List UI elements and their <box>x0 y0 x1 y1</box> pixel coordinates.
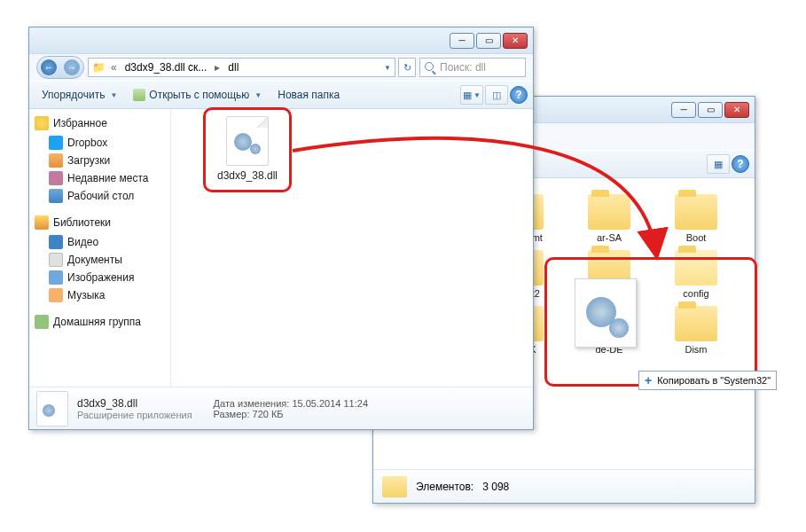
count-label: Элементов: <box>416 481 473 493</box>
forward-button[interactable]: → <box>64 59 80 75</box>
breadcrumb-item[interactable]: dll <box>225 60 241 74</box>
folder-icon <box>675 306 717 341</box>
view-button[interactable]: ▦▼ <box>460 85 483 105</box>
count-value: 3 098 <box>482 481 509 493</box>
open-icon <box>133 89 145 101</box>
chevron-icon: ▸ <box>211 61 223 74</box>
chevron-down-icon: ▼ <box>110 91 117 99</box>
sidebar-desktop[interactable]: Рабочий стол <box>35 187 165 205</box>
download-icon <box>49 153 63 168</box>
document-icon <box>49 253 63 267</box>
gear-icon <box>234 133 252 151</box>
sidebar-label: Домашняя группа <box>53 316 141 328</box>
star-icon <box>35 116 49 130</box>
detail-size-label: Размер: <box>214 409 250 419</box>
drag-preview <box>575 278 637 348</box>
tooltip-text: Копировать в "System32" <box>657 375 771 386</box>
preview-pane-button[interactable]: ◫ <box>485 85 508 105</box>
new-folder-label: Новая папка <box>278 89 340 101</box>
sidebar-libraries[interactable]: Библиотеки <box>35 215 165 230</box>
help-button[interactable]: ? <box>510 86 528 104</box>
detail-date: 15.05.2014 11:24 <box>292 398 368 409</box>
file-item[interactable]: d3dx9_38.dll <box>214 116 281 182</box>
gear-icon <box>43 404 55 417</box>
folder-icon <box>588 194 630 230</box>
gear-icon <box>609 318 629 338</box>
sidebar-music[interactable]: Музыка <box>35 286 165 304</box>
sidebar-label: Избранное <box>53 117 107 129</box>
dll-file-icon <box>36 391 68 426</box>
sidebar-label: Изображения <box>67 271 134 284</box>
file-name: d3dx9_38.dll <box>214 169 281 182</box>
sidebar-label: Документы <box>67 254 122 266</box>
detail-date-label: Дата изменения: <box>214 398 290 409</box>
refresh-button[interactable]: ↻ <box>398 58 416 77</box>
dll-window: ─ ▭ ✕ ← → 📁 « d3dx9_38.dll ск... ▸ dll ▼… <box>28 27 534 430</box>
folder-icon: 📁 <box>92 61 106 74</box>
nav-buttons: ← → <box>36 56 84 79</box>
sidebar-video[interactable]: Видео <box>35 233 165 251</box>
detail-type: Расширение приложения <box>77 410 192 420</box>
music-icon <box>49 288 63 302</box>
back-button[interactable]: ← <box>41 59 57 75</box>
folder-item[interactable]: Dism <box>661 306 732 355</box>
sidebar-recent[interactable]: Недавние места <box>35 169 165 187</box>
breadcrumb-item[interactable]: d3dx9_38.dll ск... <box>122 60 210 74</box>
plus-icon: + <box>645 373 652 387</box>
chevron-down-icon: ▼ <box>254 91 262 99</box>
toolbar: Упорядочить▼ Открыть с помощью▼ Новая па… <box>29 81 533 109</box>
minimize-button[interactable]: ─ <box>671 102 696 118</box>
sidebar-label: Видео <box>67 236 98 248</box>
dropbox-icon <box>49 136 63 150</box>
library-icon <box>35 215 49 230</box>
recent-icon <box>49 171 63 185</box>
open-with-menu[interactable]: Открыть с помощью▼ <box>126 86 269 104</box>
video-icon <box>49 235 63 249</box>
homegroup-icon <box>35 315 49 329</box>
copy-tooltip: + Копировать в "System32" <box>638 371 777 390</box>
folder-label: ar-SA <box>574 232 645 243</box>
gear-icon <box>250 144 261 154</box>
view-button[interactable]: ▦ <box>707 154 730 174</box>
folder-item[interactable]: Boot <box>661 194 732 243</box>
desktop-icon <box>49 189 63 203</box>
sidebar: Избранное Dropbox Загрузки Недавние мест… <box>29 109 171 387</box>
sidebar-downloads[interactable]: Загрузки <box>35 152 165 169</box>
address-bar: ← → 📁 « d3dx9_38.dll ск... ▸ dll ▼ ↻ Пои… <box>29 54 533 81</box>
sidebar-label: Рабочий стол <box>67 190 134 202</box>
close-button[interactable]: ✕ <box>724 102 749 118</box>
sidebar-homegroup[interactable]: Домашняя группа <box>35 315 165 329</box>
sidebar-dropbox[interactable]: Dropbox <box>35 134 165 152</box>
maximize-button[interactable]: ▭ <box>698 102 723 118</box>
organize-label: Упорядочить <box>42 89 105 101</box>
maximize-button[interactable]: ▭ <box>476 33 501 49</box>
chevron-down-icon: ▼ <box>473 91 481 99</box>
chevron-down-icon[interactable]: ▼ <box>384 64 391 72</box>
detail-name: d3dx9_38.dll <box>77 397 192 410</box>
minimize-button[interactable]: ─ <box>450 33 474 49</box>
breadcrumb[interactable]: 📁 « d3dx9_38.dll ск... ▸ dll ▼ <box>88 58 395 77</box>
dll-file-icon <box>226 116 269 166</box>
folder-item[interactable]: ar-SA <box>574 194 645 243</box>
sidebar-favorites[interactable]: Избранное <box>35 116 165 130</box>
chevron-icon: « <box>107 61 121 74</box>
content-area[interactable]: d3dx9_38.dll <box>171 109 533 387</box>
sidebar-pictures[interactable]: Изображения <box>35 269 165 286</box>
sidebar-documents[interactable]: Документы <box>35 251 165 269</box>
image-icon <box>49 270 63 285</box>
search-input[interactable]: Поиск: dll <box>419 58 526 77</box>
folder-icon <box>675 250 717 286</box>
sidebar-label: Dropbox <box>67 137 107 149</box>
sidebar-label: Недавние места <box>67 172 148 184</box>
folder-item[interactable]: config <box>661 250 732 299</box>
close-button[interactable]: ✕ <box>503 33 528 49</box>
organize-menu[interactable]: Упорядочить▼ <box>35 86 124 104</box>
sidebar-label: Загрузки <box>67 154 110 167</box>
search-placeholder: Поиск: dll <box>440 61 486 74</box>
help-button[interactable]: ? <box>732 155 749 173</box>
titlebar: ─ ▭ ✕ <box>29 27 533 54</box>
new-folder-button[interactable]: Новая папка <box>270 86 347 104</box>
detail-size: 720 КБ <box>253 409 284 419</box>
folder-label: Dism <box>661 344 732 355</box>
details-pane-back: Элементов: 3 098 <box>373 469 755 503</box>
